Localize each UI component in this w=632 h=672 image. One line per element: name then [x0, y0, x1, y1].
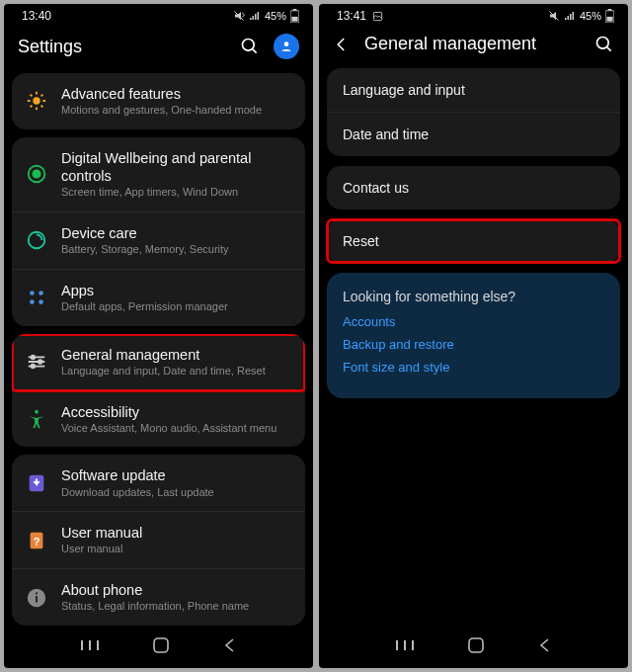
gm-header: General management — [319, 28, 628, 68]
svg-point-37 — [597, 37, 609, 48]
recents-button[interactable] — [80, 638, 100, 656]
profile-avatar[interactable] — [274, 34, 299, 59]
row-title: Device care — [61, 224, 291, 242]
settings-row-wellbeing[interactable]: Digital Wellbeing and parental controlsS… — [12, 137, 305, 212]
promo-link-backup[interactable]: Backup and restore — [343, 337, 604, 352]
back-button[interactable] — [223, 638, 237, 656]
settings-row-general[interactable]: General managementLanguage and input, Da… — [12, 334, 305, 391]
search-icon[interactable] — [240, 37, 260, 56]
apps-icon — [26, 287, 47, 308]
svg-point-19 — [39, 360, 42, 364]
row-subtitle: User manual — [61, 543, 291, 556]
row-subtitle: Motions and gestures, One-handed mode — [61, 104, 291, 118]
accessibility-icon — [26, 408, 47, 430]
settings-row-update[interactable]: Software updateDownload updates, Last up… — [12, 455, 305, 512]
wellbeing-icon — [26, 163, 47, 185]
settings-row-devicecare[interactable]: Device careBattery, Storage, Memory, Sec… — [12, 212, 305, 270]
row-subtitle: Status, Legal information, Phone name — [61, 600, 291, 614]
group-contact: Contact us — [327, 166, 620, 210]
settings-row-accessibility[interactable]: AccessibilityVoice Assistant, Mono audio… — [12, 391, 305, 448]
svg-line-5 — [253, 49, 257, 53]
svg-rect-2 — [293, 9, 297, 11]
status-bar: 13:40 45% — [4, 4, 313, 28]
battery-percent: 45% — [580, 10, 601, 22]
battery-percent: 45% — [265, 10, 286, 22]
svg-text:?: ? — [34, 535, 40, 546]
row-title: Digital Wellbeing and parental controls — [61, 149, 291, 185]
row-title: Accessibility — [61, 403, 291, 421]
mute-icon — [233, 10, 245, 22]
row-title: About phone — [61, 581, 291, 599]
svg-rect-35 — [608, 9, 612, 11]
settings-card: Software updateDownload updates, Last up… — [12, 455, 305, 626]
android-navbar — [4, 627, 313, 668]
status-icons: 45% — [233, 9, 299, 23]
general-management-screen: 13:41 45% General management Language an… — [319, 4, 628, 668]
row-reset[interactable]: Reset — [327, 219, 620, 263]
svg-rect-31 — [154, 638, 168, 652]
search-icon[interactable] — [594, 35, 614, 54]
settings-list[interactable]: Advanced featuresMotions and gestures, O… — [4, 73, 313, 627]
svg-rect-42 — [469, 638, 483, 652]
group-language-date: Language and input Date and time — [327, 68, 620, 156]
settings-row-apps[interactable]: AppsDefault apps, Permission manager — [12, 270, 305, 326]
row-title: General management — [61, 346, 291, 364]
svg-point-18 — [32, 356, 36, 360]
svg-point-4 — [243, 40, 255, 51]
promo-link-accounts[interactable]: Accounts — [343, 314, 604, 329]
row-contact-us[interactable]: Contact us — [327, 166, 620, 210]
svg-point-14 — [39, 299, 43, 304]
row-subtitle: Download updates, Last update — [61, 486, 291, 500]
clock: 13:40 — [22, 9, 51, 23]
screenshot-icon — [372, 11, 383, 22]
group-reset: Reset — [327, 219, 620, 263]
row-date-time[interactable]: Date and time — [327, 113, 620, 156]
manual-icon: ? — [26, 530, 47, 551]
svg-point-6 — [284, 42, 289, 46]
svg-rect-27 — [36, 592, 38, 594]
row-subtitle: Battery, Storage, Memory, Security — [61, 243, 291, 257]
devicecare-icon — [26, 229, 47, 251]
svg-rect-36 — [606, 17, 612, 22]
clock: 13:41 — [337, 9, 366, 23]
battery-icon — [290, 9, 299, 23]
svg-point-9 — [33, 171, 40, 178]
settings-header: Settings — [4, 28, 313, 73]
settings-row-manual[interactable]: ?User manualUser manual — [12, 512, 305, 569]
settings-card: Digital Wellbeing and parental controlsS… — [12, 137, 305, 326]
settings-card: Advanced featuresMotions and gestures, O… — [12, 73, 305, 129]
recents-button[interactable] — [395, 638, 415, 656]
row-subtitle: Screen time, App timers, Wind Down — [61, 186, 291, 200]
page-title: Settings — [18, 37, 226, 57]
signal-icon — [564, 10, 576, 22]
back-icon[interactable] — [333, 36, 351, 53]
back-button[interactable] — [538, 638, 552, 656]
gm-list[interactable]: Language and input Date and time Contact… — [319, 68, 628, 627]
row-subtitle: Default apps, Permission manager — [61, 300, 291, 314]
svg-point-13 — [30, 299, 35, 304]
home-button[interactable] — [153, 637, 169, 657]
promo-link-font[interactable]: Font size and style — [343, 360, 604, 375]
home-button[interactable] — [468, 637, 484, 657]
svg-rect-26 — [36, 596, 38, 602]
advanced-icon — [26, 90, 47, 112]
signal-icon — [249, 10, 261, 22]
svg-line-38 — [607, 46, 611, 50]
status-icons: 45% — [548, 9, 614, 23]
row-title: User manual — [61, 524, 291, 542]
row-title: Advanced features — [61, 85, 291, 103]
status-bar: 13:41 45% — [319, 4, 628, 28]
promo-card: Looking for something else? Accounts Bac… — [327, 273, 620, 398]
row-subtitle: Language and input, Date and time, Reset — [61, 365, 291, 378]
mute-icon — [548, 10, 560, 22]
promo-heading: Looking for something else? — [343, 289, 604, 304]
svg-point-11 — [30, 291, 35, 295]
settings-card: General managementLanguage and input, Da… — [12, 334, 305, 448]
row-language-input[interactable]: Language and input — [327, 68, 620, 113]
update-icon — [26, 472, 47, 494]
settings-row-advanced[interactable]: Advanced featuresMotions and gestures, O… — [12, 73, 305, 129]
svg-point-7 — [33, 98, 40, 105]
row-title: Software update — [61, 466, 291, 484]
android-navbar — [319, 627, 628, 668]
settings-row-about[interactable]: About phoneStatus, Legal information, Ph… — [12, 569, 305, 626]
